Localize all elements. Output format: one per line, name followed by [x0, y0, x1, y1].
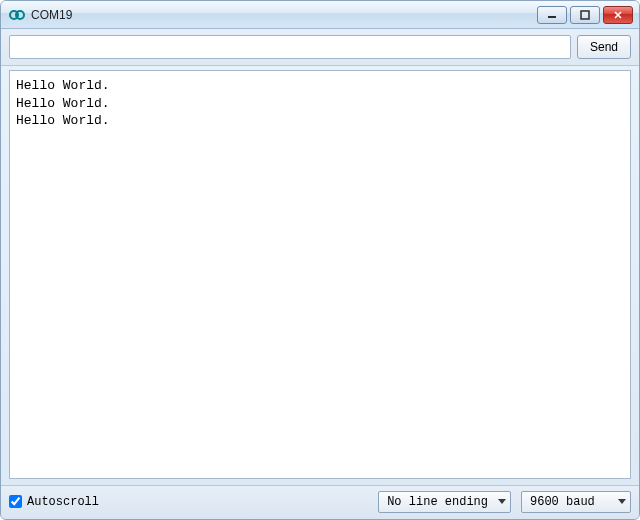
console-line: Hello World.	[16, 77, 624, 95]
console-line: Hello World.	[16, 112, 624, 130]
close-icon	[613, 10, 623, 20]
maximize-button[interactable]	[570, 6, 600, 24]
send-button[interactable]: Send	[577, 35, 631, 59]
close-button[interactable]	[603, 6, 633, 24]
autoscroll-input[interactable]	[9, 495, 22, 508]
window-controls	[537, 6, 637, 24]
send-toolbar: Send	[1, 29, 639, 66]
send-input[interactable]	[9, 35, 571, 59]
chevron-down-icon	[618, 499, 626, 504]
arduino-icon	[9, 7, 25, 23]
minimize-icon	[547, 10, 557, 20]
baud-rate-value: 9600 baud	[530, 495, 595, 509]
svg-rect-2	[548, 16, 556, 18]
line-ending-select[interactable]: No line ending	[378, 491, 511, 513]
svg-rect-3	[581, 11, 589, 19]
maximize-icon	[580, 10, 590, 20]
window-title: COM19	[31, 8, 72, 22]
baud-rate-select[interactable]: 9600 baud	[521, 491, 631, 513]
minimize-button[interactable]	[537, 6, 567, 24]
console-line: Hello World.	[16, 95, 624, 113]
autoscroll-checkbox[interactable]: Autoscroll	[9, 495, 99, 509]
chevron-down-icon	[498, 499, 506, 504]
titlebar[interactable]: COM19	[1, 1, 639, 29]
line-ending-value: No line ending	[387, 495, 488, 509]
console-output[interactable]: Hello World. Hello World. Hello World.	[9, 70, 631, 479]
autoscroll-label: Autoscroll	[27, 495, 99, 509]
bottom-toolbar: Autoscroll No line ending 9600 baud	[1, 485, 639, 519]
serial-monitor-window: COM19 Send Hello W	[0, 0, 640, 520]
